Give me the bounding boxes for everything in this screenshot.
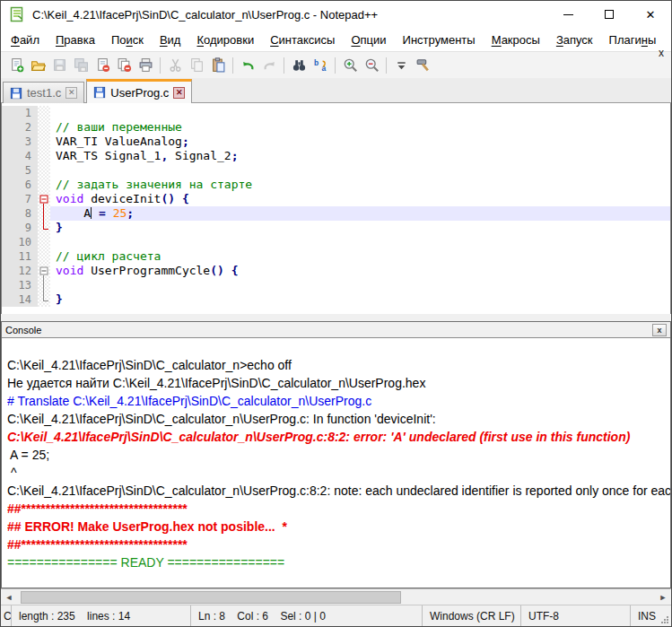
code-text: // ваши переменные: [50, 120, 670, 135]
fold-collapse-icon[interactable]: [38, 192, 50, 206]
fold-margin: [38, 221, 50, 235]
toolbar-close-all-icon[interactable]: [113, 55, 135, 76]
line-number: 9: [2, 221, 38, 235]
editor-line: 13: [2, 278, 670, 292]
notepad-plus-plus-window: C:\Keil_4.21\IfacePrj\SinD\C_calculator_…: [0, 0, 672, 627]
editor-line: 14}: [2, 292, 670, 307]
menu-item[interactable]: Плагины: [601, 30, 665, 49]
code-text: [50, 106, 670, 120]
scrollbar-track[interactable]: [17, 590, 655, 605]
toolbar-print-icon[interactable]: [135, 55, 156, 76]
code-text: [50, 278, 670, 292]
toolbar-close-file-icon[interactable]: [92, 55, 113, 76]
console-title: Console: [5, 325, 652, 335]
maximize-icon: [605, 10, 614, 19]
scrollbar-thumb[interactable]: [21, 591, 401, 604]
console-title-bar: Console x: [2, 322, 670, 338]
menu-item[interactable]: Опции: [343, 30, 394, 49]
line-number: 5: [2, 163, 38, 178]
console-line: =============== READY ================: [7, 553, 670, 571]
toolbar-find-icon[interactable]: [288, 55, 310, 76]
console-line: Не удается найти C:\Keil_4.21\IfacePrj\S…: [7, 374, 670, 392]
menu-item[interactable]: Файл: [3, 30, 48, 49]
toolbar-pulldown-icon[interactable]: [390, 55, 412, 76]
title-bar[interactable]: C:\Keil_4.21\IfacePrj\SinD\C_calculator_…: [1, 1, 671, 28]
toolbar-zoom-out-icon[interactable]: [361, 55, 382, 76]
editor-line: 4VAR_TS Signal_1, Signal_2;: [2, 149, 670, 163]
console-close-button[interactable]: x: [652, 324, 667, 336]
scroll-right-arrow[interactable]: ►: [655, 590, 671, 605]
menu-row-close-icon[interactable]: x: [659, 48, 664, 58]
close-button[interactable]: ✕: [630, 1, 671, 28]
menu-item[interactable]: Макросы: [484, 30, 548, 49]
code-text: // задать значения на старте: [50, 178, 670, 192]
console-line: C:\Keil_4.21\IfacePrj\SinD\C_calculator_…: [7, 428, 670, 446]
code-editor[interactable]: 12// ваши переменные3VAR_TI ValueAnalog;…: [1, 103, 671, 314]
toolbar-separator: [160, 57, 161, 74]
status-length-lines: length : 235 lines : 14: [12, 605, 191, 626]
editor-line: 10: [2, 235, 670, 249]
menu-item[interactable]: Поиск: [103, 30, 152, 49]
line-number: 12: [2, 264, 38, 278]
tab-label: test1.c: [27, 86, 61, 100]
menu-item[interactable]: Вкладки: [664, 30, 672, 49]
fold-margin: [38, 178, 50, 192]
window-title: C:\Keil_4.21\IfacePrj\SinD\C_calculator_…: [32, 8, 547, 22]
editor-line: 11// цикл расчета: [2, 249, 670, 264]
menu-item[interactable]: Запуск: [548, 30, 601, 49]
tab-close-icon[interactable]: ✕: [173, 87, 185, 99]
menu-item[interactable]: Синтаксисы: [262, 30, 343, 49]
fold-margin: [38, 292, 50, 307]
tab-label: UserProg.c: [110, 86, 169, 100]
toolbar-undo-icon[interactable]: [237, 55, 258, 76]
line-number: 2: [2, 120, 38, 135]
resize-grip[interactable]: [660, 615, 669, 624]
status-eol-format[interactable]: Windows (CR LF): [423, 605, 521, 626]
editor-line: 1: [2, 106, 670, 120]
menu-item[interactable]: Инструменты: [395, 30, 484, 49]
line-number: 13: [2, 278, 38, 292]
console-line: C:\Keil_4.21\IfacePrj\SinD\C_calculator_…: [7, 482, 670, 500]
menu-item[interactable]: Кодировки: [188, 30, 262, 49]
floppy-icon: [10, 87, 22, 100]
toolbar-replace-icon[interactable]: ba: [310, 55, 331, 76]
fold-collapse-icon[interactable]: [38, 264, 50, 278]
code-text: }: [50, 221, 670, 235]
console-line: A = 25;: [7, 446, 670, 464]
tab-test1.c[interactable]: test1.c✕: [3, 82, 84, 103]
toolbar-zoom-in-icon[interactable]: [339, 55, 361, 76]
scroll-left-arrow[interactable]: ◄: [1, 590, 17, 605]
editor-line: 5: [2, 163, 670, 178]
toolbar-separator: [386, 57, 387, 74]
minimize-icon: [563, 14, 573, 15]
code-text: [50, 235, 670, 249]
menu-item[interactable]: Вид: [152, 30, 189, 49]
tab-bar: test1.c✕UserProg.c✕: [1, 78, 671, 103]
toolbar-save-all-icon: [70, 55, 92, 76]
status-bar: C length : 235 lines : 14 Ln : 8 Col : 6…: [1, 605, 671, 626]
line-number: 1: [2, 106, 38, 120]
menu-item[interactable]: Правка: [48, 30, 103, 49]
code-text: }: [50, 292, 670, 307]
minimize-button[interactable]: [547, 1, 589, 28]
status-encoding[interactable]: UTF-8: [521, 605, 631, 626]
toolbar-open-file-icon[interactable]: [27, 55, 48, 76]
tab-UserProg.c[interactable]: UserProg.c✕: [86, 79, 192, 103]
toolbar-run-hammer-icon[interactable]: [412, 55, 433, 76]
panel-splitter[interactable]: [1, 314, 671, 321]
console-output[interactable]: C:\Keil_4.21\IfacePrj\SinD\C_calculator_…: [2, 338, 670, 588]
maximize-button[interactable]: [589, 1, 630, 28]
console-panel: Console x C:\Keil_4.21\IfacePrj\SinD\C_c…: [1, 321, 671, 588]
code-text: void deviceInit() {: [50, 192, 670, 206]
code-text: VAR_TI ValueAnalog;: [50, 135, 670, 149]
editor-line: 8 A = 25;: [2, 206, 670, 221]
tab-close-icon[interactable]: ✕: [65, 87, 77, 99]
status-doctype: C: [1, 605, 12, 626]
editor-line: 7void deviceInit() {: [2, 192, 670, 206]
line-number: 7: [2, 192, 38, 206]
toolbar-new-file-icon[interactable]: [5, 55, 27, 76]
fold-margin: [38, 135, 50, 149]
fold-margin: [38, 235, 50, 249]
console-line: ##**********************************: [7, 536, 670, 553]
toolbar-paste-icon[interactable]: [207, 55, 229, 76]
